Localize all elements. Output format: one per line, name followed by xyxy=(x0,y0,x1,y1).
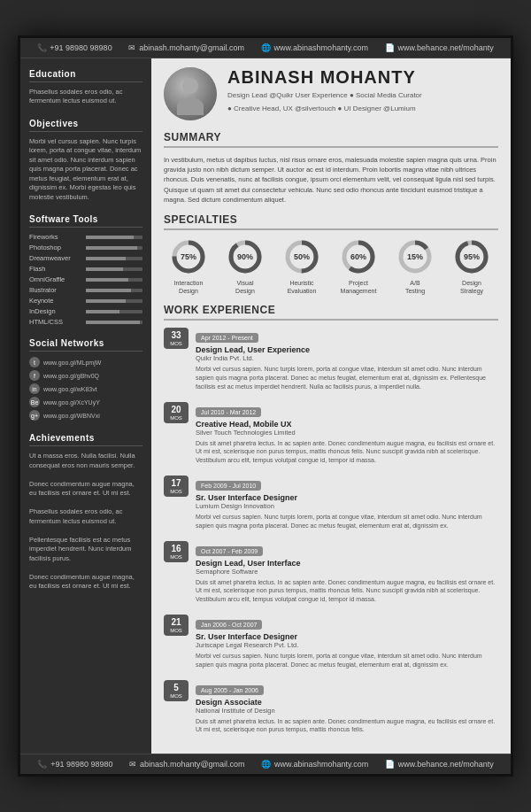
work-period: Jul 2010 - Mar 2012 xyxy=(196,407,261,417)
summary-title: Summary xyxy=(164,131,498,148)
social-icon: in xyxy=(29,383,40,394)
tool-bar xyxy=(86,257,142,260)
social-link: www.goo.gl/XcYUyY xyxy=(43,399,100,406)
work-item: 20 MOS Jul 2010 - Mar 2012 Creative Head… xyxy=(164,402,498,465)
specialty-name: Interaction Design xyxy=(174,279,204,295)
achievements-section: Achievements Ut a massa eros. Nulla faci… xyxy=(29,433,142,592)
bottom-phone-text: +91 98980 98980 xyxy=(50,760,112,769)
social-link: www.goo.gl/wK83vt xyxy=(43,386,97,392)
phone-icon: 📞 xyxy=(37,43,46,52)
work-badge-unit: MOS xyxy=(170,554,182,560)
specialty-item: 95% Design Strategy xyxy=(447,237,496,295)
donut-label: 15% xyxy=(407,252,423,261)
bottom-phone-icon: 📞 xyxy=(37,760,47,769)
profile-title-line2: ● Creative Head, UX @silvertouch ● UI De… xyxy=(227,104,498,114)
software-title: Software Tools xyxy=(29,214,142,228)
achievements-title: Achievements xyxy=(29,433,142,446)
tool-name: Keynote xyxy=(29,297,82,305)
work-item: 5 MOS Aug 2005 - Jan 2006 Design Associa… xyxy=(164,680,498,735)
bottom-website-text: www.abinashmohanty.com xyxy=(274,760,368,769)
work-description: Morbi vel cursus sapien. Nunc turpis lor… xyxy=(196,652,498,669)
tool-bar-fill xyxy=(86,321,140,324)
social-item: t www.goo.gl/MLpmjW xyxy=(29,357,142,367)
social-icon: Be xyxy=(29,397,40,407)
globe-icon: 🌐 xyxy=(261,43,271,52)
tool-item: HTML/CSS xyxy=(29,318,142,326)
specialty-item: 50% Heuristic Evaluation xyxy=(277,237,327,295)
tools-list: Fireworks Photoshop Dreamweaver Flash Om… xyxy=(29,233,142,326)
tool-bar-fill xyxy=(86,246,137,250)
tool-bar-fill xyxy=(86,310,119,313)
work-job-title: Sr. User Interface Designer xyxy=(196,632,498,641)
profile-info: ABINASH MOHANTY Design Lead @Quikr User … xyxy=(227,67,498,114)
donut-label: 90% xyxy=(237,252,253,261)
social-link: www.goo.gl/MLpmjW xyxy=(43,360,101,366)
work-company: National Institute of Design xyxy=(196,707,498,715)
donut-label: 75% xyxy=(181,252,196,261)
tool-item: Illustrator xyxy=(29,286,142,294)
specialties-title: Specialties xyxy=(164,213,498,230)
bottom-behance: 📄 www.behance.net/mohanty xyxy=(385,760,494,769)
specialty-name: A/B Testing xyxy=(405,279,425,295)
tool-name: HTML/CSS xyxy=(29,318,82,326)
tool-bar xyxy=(86,246,142,250)
work-badge-num: 5 xyxy=(168,683,184,692)
main-content: ABINASH MOHANTY Design Lead @Quikr User … xyxy=(151,58,511,754)
tool-item: Keynote xyxy=(29,297,142,305)
tool-item: Fireworks xyxy=(29,233,142,241)
work-company: Semaphore Software xyxy=(196,568,498,576)
tool-item: OmniGraffle xyxy=(29,275,142,283)
phone-text: +91 98980 98980 xyxy=(50,43,112,52)
work-badge: 17 MOS xyxy=(164,476,189,497)
donut-chart: 95% xyxy=(452,237,491,276)
bottom-email: ✉ abinash.mohanty@gmail.com xyxy=(129,760,245,769)
work-badge-unit: MOS xyxy=(170,693,182,699)
specialty-item: 15% A/B Testing xyxy=(390,237,440,295)
social-item: f www.goo.gl/gBhv0Q xyxy=(29,370,142,381)
behance-icon: 📄 xyxy=(385,43,395,52)
specialty-name: Visual Design xyxy=(235,279,255,295)
bottom-website: 🌐 www.abinashmohanty.com xyxy=(261,760,368,769)
bottom-phone: 📞 +91 98980 98980 xyxy=(37,760,112,769)
work-badge-num: 33 xyxy=(168,330,184,340)
objectives-section: Objectives Morbi vel cursus sapien. Nunc… xyxy=(29,119,142,203)
social-icon: f xyxy=(29,370,40,381)
donut-chart: 60% xyxy=(339,237,378,276)
bottom-globe-icon: 🌐 xyxy=(261,760,271,769)
bottom-email-icon: ✉ xyxy=(129,760,136,769)
bottom-behance-text: www.behance.net/mohanty xyxy=(398,760,494,769)
tool-bar xyxy=(86,321,142,324)
achievements-text: Ut a massa eros. Nulla facilisi. Nulla c… xyxy=(29,452,142,592)
tool-item: Flash xyxy=(29,265,142,273)
education-section: Education Phasellus sodales eros odio, a… xyxy=(29,69,142,106)
work-job-title: Creative Head, Mobile UX xyxy=(196,420,498,429)
work-badge-unit: MOS xyxy=(170,489,182,494)
social-item: in www.goo.gl/wK83vt xyxy=(29,383,142,394)
work-description: Morbi vel cursus sapien. Nunc turpis lor… xyxy=(196,365,498,391)
work-badge-num: 17 xyxy=(168,478,184,488)
bottom-bar: 📞 +91 98980 98980 ✉ abinash.mohanty@gmai… xyxy=(20,754,511,774)
tool-bar xyxy=(86,310,142,313)
social-icon: t xyxy=(29,357,40,367)
bottom-behance-icon: 📄 xyxy=(385,760,395,769)
specialty-item: 75% Interaction Design xyxy=(164,237,213,295)
work-badge-unit: MOS xyxy=(170,628,182,633)
work-details: Apr 2012 - Present Design Lead, User Exp… xyxy=(196,328,498,391)
tool-bar xyxy=(86,267,142,271)
work-description: Morbi vel cursus sapien. Nunc turpis lor… xyxy=(196,513,498,530)
work-badge-unit: MOS xyxy=(170,341,182,346)
social-title: Social Networks xyxy=(29,338,142,352)
donut-chart: 90% xyxy=(226,237,265,276)
work-job-title: Design Lead, User Experience xyxy=(196,345,498,354)
work-badge: 33 MOS xyxy=(164,328,189,349)
sidebar: Education Phasellus sodales eros odio, a… xyxy=(20,58,151,754)
work-details: Jan 2006 - Oct 2007 Sr. User Interface D… xyxy=(196,615,498,669)
objectives-title: Objectives xyxy=(29,119,142,132)
work-job-title: Sr. User Interface Designer xyxy=(196,493,498,502)
bottom-email-text: abinash.mohanty@gmail.com xyxy=(140,760,245,769)
work-item: 33 MOS Apr 2012 - Present Design Lead, U… xyxy=(164,328,498,391)
specialty-name: Project Management xyxy=(341,279,377,295)
objectives-text: Morbi vel cursus sapien. Nunc turpis lor… xyxy=(29,137,142,203)
social-item: g+ www.goo.gl/WBNVxi xyxy=(29,410,142,421)
top-bar: 📞 +91 98980 98980 ✉ abinash.mohanty@gmai… xyxy=(20,38,511,58)
